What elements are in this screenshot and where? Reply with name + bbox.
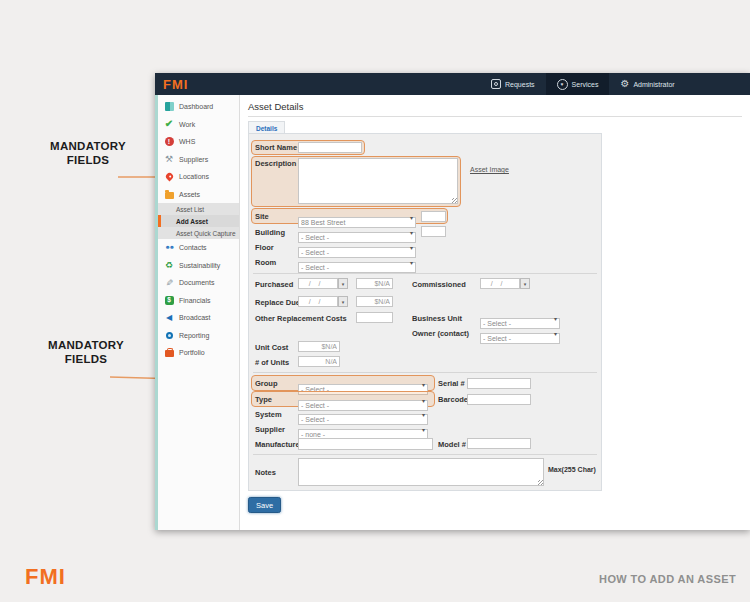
top-navbar: FMI Requests ♥ Services ⚙ Administrator bbox=[155, 73, 750, 95]
owner-contact-select[interactable]: - Select - bbox=[480, 333, 560, 344]
num-units-label: # of Units bbox=[255, 358, 289, 367]
sidebar-item-label: Reporting bbox=[179, 332, 209, 339]
app-window: FMI Requests ♥ Services ⚙ Administrator … bbox=[155, 73, 750, 530]
group-label: Group bbox=[255, 379, 278, 388]
serial-input[interactable] bbox=[467, 378, 531, 389]
commissioned-label: Commissioned bbox=[412, 280, 466, 289]
footer-fmi-logo: FMI bbox=[25, 564, 66, 590]
sidebar-item-portfolio[interactable]: Portfolio bbox=[158, 344, 239, 362]
sidebar-item-reporting[interactable]: Reporting bbox=[158, 327, 239, 345]
description-textarea[interactable] bbox=[298, 158, 458, 204]
supplier-label: Supplier bbox=[255, 425, 285, 434]
callout-line: MANDATORY bbox=[27, 338, 145, 352]
sidebar: Dashboard Work WHS Suppliers Locations A… bbox=[155, 95, 240, 530]
replace-due-cost-input[interactable] bbox=[356, 296, 393, 307]
type-label: Type bbox=[255, 395, 272, 404]
services-icon: ♥ bbox=[557, 79, 568, 90]
asset-details-panel: Short Name Description Asset Image Site … bbox=[248, 133, 602, 491]
sidebar-item-dashboard[interactable]: Dashboard bbox=[158, 98, 239, 116]
sidebar-item-documents[interactable]: Documents bbox=[158, 274, 239, 292]
replace-due-date-input[interactable] bbox=[298, 296, 338, 307]
system-label: System bbox=[255, 410, 282, 419]
assets-submenu: Asset List Add Asset Asset Quick Capture bbox=[158, 203, 239, 239]
callout-line: FIELDS bbox=[29, 153, 147, 167]
supplier-select-wrap: - none - bbox=[298, 423, 428, 434]
sidebar-item-whs[interactable]: WHS bbox=[158, 133, 239, 151]
commissioned-datepicker-button[interactable]: ▾ bbox=[520, 278, 530, 289]
barcode-input[interactable] bbox=[467, 394, 531, 405]
purchased-cost-input[interactable] bbox=[356, 278, 393, 289]
portfolio-briefcase-icon bbox=[165, 350, 174, 357]
sidebar-subitem-asset-list[interactable]: Asset List bbox=[158, 203, 239, 215]
sidebar-item-label: Assets bbox=[179, 191, 200, 198]
site-extra-input[interactable] bbox=[421, 211, 446, 222]
section-divider bbox=[253, 372, 597, 373]
model-input[interactable] bbox=[467, 438, 531, 449]
sidebar-subitem-asset-quick-capture[interactable]: Asset Quick Capture bbox=[158, 227, 239, 239]
sidebar-item-sustainability[interactable]: Sustainability bbox=[158, 257, 239, 275]
sidebar-item-label: Contacts bbox=[179, 244, 207, 251]
purchased-datepicker-button[interactable]: ▾ bbox=[338, 278, 348, 289]
unit-cost-label: Unit Cost bbox=[255, 343, 288, 352]
sidebar-item-label: Suppliers bbox=[179, 156, 208, 163]
business-unit-label: Business Unit bbox=[412, 314, 462, 323]
nav-item-label: Requests bbox=[505, 81, 535, 88]
sidebar-item-assets[interactable]: Assets bbox=[158, 186, 239, 204]
main-content: Asset Details Details Short Name Descrip… bbox=[240, 95, 750, 530]
save-button[interactable]: Save bbox=[248, 497, 281, 513]
sidebar-item-label: Portfolio bbox=[179, 349, 205, 356]
nav-item-services[interactable]: ♥ Services bbox=[546, 73, 610, 95]
purchased-label: Purchased bbox=[255, 280, 293, 289]
system-select-wrap: - Select - bbox=[298, 408, 428, 419]
num-units-input[interactable] bbox=[298, 356, 340, 367]
building-extra-input[interactable] bbox=[421, 226, 446, 237]
submenu-item-label: Add Asset bbox=[176, 218, 208, 225]
sidebar-item-suppliers[interactable]: Suppliers bbox=[158, 151, 239, 169]
business-unit-select-wrap: - Select - bbox=[480, 312, 560, 323]
notes-max-chars-hint: Max(255 Char) bbox=[548, 466, 596, 473]
sidebar-item-locations[interactable]: Locations bbox=[158, 168, 239, 186]
sidebar-item-contacts[interactable]: Contacts bbox=[158, 239, 239, 257]
sidebar-menu: Dashboard Work WHS Suppliers Locations A… bbox=[158, 98, 239, 362]
room-select[interactable]: - Select - bbox=[298, 262, 416, 273]
short-name-input[interactable] bbox=[298, 142, 362, 153]
nav-item-requests[interactable]: Requests bbox=[480, 73, 546, 95]
contacts-people-icon bbox=[164, 243, 174, 253]
commissioned-date-input[interactable] bbox=[480, 278, 520, 289]
floor-label: Floor bbox=[255, 243, 274, 252]
replace-due-label: Replace Due bbox=[255, 298, 300, 307]
owner-contact-select-wrap: - Select - bbox=[480, 327, 560, 338]
purchased-date-input[interactable] bbox=[298, 278, 338, 289]
sidebar-item-broadcast[interactable]: Broadcast bbox=[158, 309, 239, 327]
title-divider bbox=[248, 116, 742, 117]
other-replacement-costs-input[interactable] bbox=[356, 312, 393, 323]
nav-item-label: Services bbox=[572, 81, 599, 88]
assets-folder-icon bbox=[165, 192, 174, 199]
sidebar-subitem-add-asset[interactable]: Add Asset bbox=[158, 215, 239, 227]
fmi-logo: FMI bbox=[163, 77, 188, 92]
type-select-wrap: - Select - bbox=[298, 394, 428, 405]
floor-select-wrap: - Select - bbox=[298, 241, 416, 252]
sidebar-item-label: Work bbox=[179, 121, 195, 128]
submenu-item-label: Asset List bbox=[176, 206, 204, 213]
notes-textarea[interactable] bbox=[298, 458, 544, 486]
footer-title: HOW TO ADD AN ASSET bbox=[599, 573, 736, 585]
room-select-wrap: - Select - bbox=[298, 256, 416, 267]
site-select-wrap: 88 Best Street bbox=[298, 211, 416, 222]
sidebar-item-work[interactable]: Work bbox=[158, 116, 239, 134]
dashboard-icon bbox=[165, 102, 174, 111]
navbar-menu: Requests ♥ Services ⚙ Administrator bbox=[480, 73, 686, 95]
manufacturer-input[interactable] bbox=[298, 438, 433, 450]
sidebar-item-financials[interactable]: Financials bbox=[158, 292, 239, 310]
replace-due-datepicker-button[interactable]: ▾ bbox=[338, 296, 348, 307]
site-label: Site bbox=[255, 212, 269, 221]
serial-label: Serial # bbox=[438, 379, 465, 388]
nav-item-administrator[interactable]: ⚙ Administrator bbox=[609, 73, 685, 95]
sidebar-item-label: WHS bbox=[179, 138, 195, 145]
asset-image-link[interactable]: Asset Image bbox=[470, 166, 509, 173]
unit-cost-input[interactable] bbox=[298, 341, 340, 352]
short-name-label: Short Name bbox=[255, 143, 297, 152]
description-label: Description bbox=[255, 159, 296, 168]
nav-item-label: Administrator bbox=[633, 81, 674, 88]
submenu-item-label: Asset Quick Capture bbox=[176, 230, 236, 237]
